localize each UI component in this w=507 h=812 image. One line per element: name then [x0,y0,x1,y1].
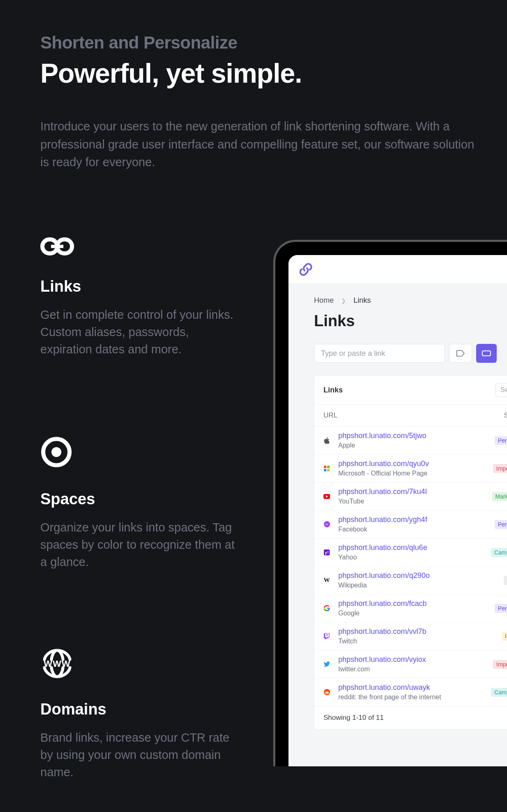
breadcrumb-home[interactable]: Home [314,296,334,305]
space-badge: Marketing [492,492,507,501]
table-row: phpshort.lunatio.com/qyu0vMicrosoft - Of… [314,455,507,483]
col-url: URL [323,411,337,420]
breadcrumb: Home ❯ Links [314,296,507,305]
hero-eyebrow: Shorten and Personalize [40,33,507,53]
link-subtitle: twitter.com [338,666,426,673]
wikipedia-icon: W [323,577,330,584]
link-url[interactable]: phpshort.lunatio.com/fcacb [338,599,427,608]
link-url[interactable]: phpshort.lunatio.com/q290o [338,571,430,580]
link-url[interactable]: phpshort.lunatio.com/vyiox [338,655,426,664]
search-input[interactable] [495,383,507,397]
feature-title: Links [40,278,242,295]
app-logo-icon [298,262,313,277]
link-subtitle: Apple [338,442,426,449]
shorten-button[interactable] [476,344,497,363]
space-badge: Personal [495,520,507,529]
table-row: phpshort.lunatio.com/fcacbGooglePersonal [314,594,507,622]
feature-title: Spaces [40,490,242,508]
svg-rect-10 [327,469,330,471]
svg-rect-16 [328,634,328,636]
link-url[interactable]: phpshort.lunatio.com/vvl7b [338,627,426,636]
hero-headline: Powerful, yet simple. [40,58,507,89]
link-subtitle: Yahoo [338,554,427,561]
youtube-icon [323,493,330,500]
col-space: Space [504,411,507,420]
link-subtitle: YouTube [338,498,427,505]
breadcrumb-current: Links [354,296,371,305]
svg-point-19 [326,692,326,693]
table-row: phpshort.lunatio.com/5tjwoApplePersonal [314,427,507,455]
card-title: Links [323,386,343,394]
table-row: phpshort.lunatio.com/uwaykreddit: the fr… [314,678,507,706]
svg-text:y!: y! [325,550,329,555]
table-row: phpshort.lunatio.com/7ku4lYouTubeMarketi… [314,483,507,510]
table-row: phpshort.lunatio.com/ygh4fFacebookPerson… [314,510,507,538]
svg-text:WWW: WWW [44,659,70,669]
table-row: phpshort.lunatio.com/vvl7bTwitchPublic [314,622,507,650]
svg-rect-8 [327,466,330,468]
space-badge: Campaign [491,548,507,557]
table-row: Wphpshort.lunatio.com/q290oWikipediaNone [314,566,507,594]
link-url[interactable]: phpshort.lunatio.com/qyu0v [338,459,429,468]
space-badge: Important [493,464,507,473]
app-topbar [288,255,507,284]
feature-desc: Brand links, increase your CTR rate by u… [40,729,242,781]
feature-desc: Organize your links into spaces. Tag spa… [40,519,242,571]
tag-button[interactable] [449,344,472,363]
table-row: phpshort.lunatio.com/vyioxtwitter.comImp… [314,650,507,678]
svg-rect-9 [324,469,326,471]
space-badge: Personal [495,604,507,613]
link-subtitle: Google [338,610,427,617]
reddit-icon [323,689,330,696]
feature-title: Domains [40,701,242,718]
space-badge: Important [493,660,507,669]
space-badge: Public [502,632,507,641]
link-url[interactable]: phpshort.lunatio.com/ygh4f [338,515,427,524]
link-url[interactable]: phpshort.lunatio.com/5tjwo [338,432,426,440]
yahoo-icon: y! [323,549,330,556]
space-badge: Campaign [491,688,507,697]
target-icon [40,436,242,470]
device-frame: Home ❯ Links Links Links [273,240,507,766]
svg-rect-6 [482,351,491,356]
svg-rect-2 [51,245,63,248]
page-title: Links [314,312,507,330]
link-subtitle: Microsoft - Official Home Page [338,470,429,477]
apple-icon [323,437,330,444]
link-icon [40,237,242,257]
space-badge: Personal [495,436,507,445]
twitch-icon [323,633,330,640]
twitter-icon [323,661,330,668]
space-badge: None [504,576,507,585]
link-url[interactable]: phpshort.lunatio.com/qlu6e [338,543,427,552]
link-url[interactable]: phpshort.lunatio.com/7ku4l [338,487,427,496]
google-icon [323,605,330,612]
table-row: y!phpshort.lunatio.com/qlu6eYahooCampaig… [314,538,507,566]
hero-intro: Introduce your users to the new generati… [40,118,477,172]
www-icon: WWW [40,649,242,680]
microsoft-icon [323,465,330,472]
link-subtitle: Wikipedia [338,582,430,589]
shorten-input[interactable] [314,344,445,363]
svg-rect-15 [326,634,327,636]
svg-point-4 [51,447,61,457]
table-footer: Showing 1-10 of 11 [314,706,507,729]
feature-desc: Get in complete control of your links. C… [40,306,242,358]
link-subtitle: Twitch [338,638,426,645]
svg-point-20 [327,692,328,693]
svg-rect-7 [324,466,326,468]
chevron-right-icon: ❯ [341,297,346,304]
link-url[interactable]: phpshort.lunatio.com/uwayk [338,683,441,692]
messenger-icon [323,521,330,528]
link-subtitle: Facebook [338,526,427,533]
link-subtitle: reddit: the front page of the internet [338,694,441,701]
